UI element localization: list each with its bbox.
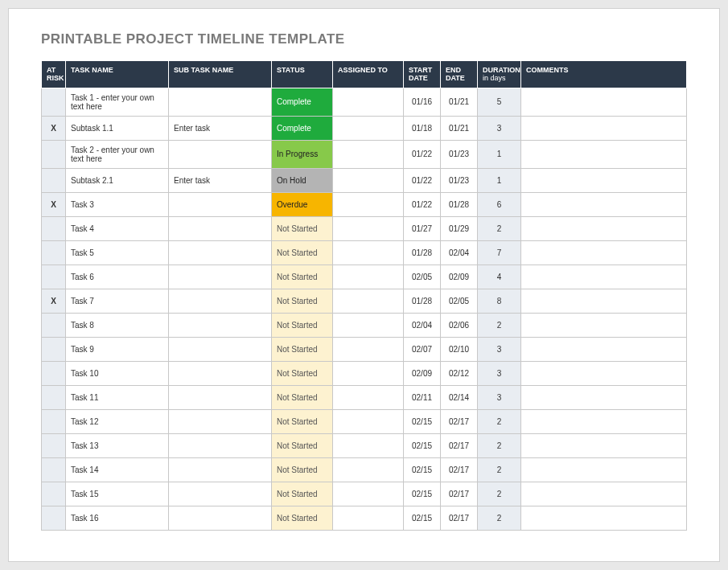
header-duration-label: DURATION bbox=[483, 66, 520, 74]
cell-status: Complete bbox=[272, 116, 333, 140]
cell-at-risk bbox=[42, 140, 66, 168]
table-row: Task 16Not Started02/1502/172 bbox=[42, 506, 687, 530]
cell-sub-task-name bbox=[169, 361, 272, 385]
cell-start-date: 02/11 bbox=[404, 385, 441, 409]
header-task-name: TASK NAME bbox=[66, 61, 169, 88]
cell-at-risk: X bbox=[42, 289, 66, 313]
table-row: Task 4Not Started01/2701/292 bbox=[42, 216, 687, 240]
cell-start-date: 02/15 bbox=[404, 409, 441, 433]
table-row: Task 15Not Started02/1502/172 bbox=[42, 482, 687, 506]
cell-assigned-to bbox=[333, 88, 404, 116]
cell-task-name: Task 8 bbox=[66, 313, 169, 337]
cell-duration: 1 bbox=[478, 140, 521, 168]
table-row: Subtask 2.1Enter taskOn Hold01/2201/231 bbox=[42, 168, 687, 192]
cell-status: Not Started bbox=[272, 361, 333, 385]
cell-at-risk bbox=[42, 457, 66, 482]
cell-start-date: 02/07 bbox=[404, 337, 441, 361]
cell-duration: 2 bbox=[478, 433, 521, 457]
cell-assigned-to bbox=[333, 192, 404, 216]
cell-duration: 6 bbox=[478, 192, 521, 216]
cell-comments bbox=[521, 116, 687, 140]
cell-assigned-to bbox=[333, 289, 404, 313]
cell-status: Not Started bbox=[272, 313, 333, 337]
cell-start-date: 01/16 bbox=[404, 88, 441, 116]
cell-task-name: Task 16 bbox=[66, 506, 169, 530]
cell-at-risk: X bbox=[42, 192, 66, 216]
cell-duration: 3 bbox=[478, 385, 521, 409]
cell-at-risk bbox=[42, 433, 66, 457]
cell-task-name: Task 10 bbox=[66, 361, 169, 385]
cell-assigned-to bbox=[333, 140, 404, 168]
cell-end-date: 02/17 bbox=[441, 482, 478, 506]
cell-comments bbox=[521, 168, 687, 192]
cell-comments bbox=[521, 482, 687, 506]
header-assigned-to: ASSIGNED TO bbox=[333, 61, 404, 88]
cell-assigned-to bbox=[333, 216, 404, 240]
cell-end-date: 02/10 bbox=[441, 337, 478, 361]
header-duration: DURATION in days bbox=[478, 61, 521, 88]
cell-comments bbox=[521, 361, 687, 385]
cell-task-name: Task 5 bbox=[66, 240, 169, 264]
table-row: Task 13Not Started02/1502/172 bbox=[42, 433, 687, 457]
cell-status: Overdue bbox=[272, 192, 333, 216]
cell-duration: 4 bbox=[478, 264, 521, 289]
cell-assigned-to bbox=[333, 337, 404, 361]
cell-end-date: 02/14 bbox=[441, 385, 478, 409]
cell-status: Not Started bbox=[272, 216, 333, 240]
cell-status: Not Started bbox=[272, 264, 333, 289]
cell-start-date: 02/15 bbox=[404, 457, 441, 482]
cell-at-risk: X bbox=[42, 116, 66, 140]
cell-comments bbox=[521, 264, 687, 289]
cell-at-risk bbox=[42, 88, 66, 116]
cell-status: Complete bbox=[272, 88, 333, 116]
table-row: Task 14Not Started02/1502/172 bbox=[42, 457, 687, 482]
cell-sub-task-name bbox=[169, 140, 272, 168]
cell-comments bbox=[521, 433, 687, 457]
cell-start-date: 02/04 bbox=[404, 313, 441, 337]
cell-duration: 2 bbox=[478, 409, 521, 433]
cell-sub-task-name bbox=[169, 457, 272, 482]
cell-sub-task-name: Enter task bbox=[169, 168, 272, 192]
cell-sub-task-name bbox=[169, 216, 272, 240]
cell-end-date: 02/05 bbox=[441, 289, 478, 313]
cell-task-name: Subtask 2.1 bbox=[66, 168, 169, 192]
cell-status: Not Started bbox=[272, 482, 333, 506]
header-at-risk: AT RISK bbox=[42, 61, 66, 88]
cell-comments bbox=[521, 385, 687, 409]
cell-duration: 3 bbox=[478, 116, 521, 140]
cell-comments bbox=[521, 240, 687, 264]
cell-assigned-to bbox=[333, 482, 404, 506]
cell-start-date: 02/05 bbox=[404, 264, 441, 289]
cell-status: On Hold bbox=[272, 168, 333, 192]
cell-status: Not Started bbox=[272, 457, 333, 482]
cell-task-name: Task 2 - enter your own text here bbox=[66, 140, 169, 168]
page-title: PRINTABLE PROJECT TIMELINE TEMPLATE bbox=[41, 31, 687, 47]
header-duration-sub: in days bbox=[483, 74, 516, 82]
cell-end-date: 02/17 bbox=[441, 457, 478, 482]
cell-at-risk bbox=[42, 337, 66, 361]
table-row: Task 11Not Started02/1102/143 bbox=[42, 385, 687, 409]
cell-start-date: 01/22 bbox=[404, 168, 441, 192]
cell-start-date: 01/28 bbox=[404, 289, 441, 313]
cell-task-name: Task 4 bbox=[66, 216, 169, 240]
document-page: PRINTABLE PROJECT TIMELINE TEMPLATE AT R… bbox=[8, 8, 720, 562]
cell-sub-task-name bbox=[169, 482, 272, 506]
cell-duration: 2 bbox=[478, 457, 521, 482]
cell-task-name: Task 14 bbox=[66, 457, 169, 482]
cell-sub-task-name bbox=[169, 313, 272, 337]
cell-comments bbox=[521, 289, 687, 313]
cell-start-date: 02/09 bbox=[404, 361, 441, 385]
cell-end-date: 02/06 bbox=[441, 313, 478, 337]
cell-assigned-to bbox=[333, 264, 404, 289]
cell-assigned-to bbox=[333, 361, 404, 385]
header-row: AT RISK TASK NAME SUB TASK NAME STATUS A… bbox=[42, 61, 687, 88]
cell-duration: 3 bbox=[478, 337, 521, 361]
cell-assigned-to bbox=[333, 433, 404, 457]
header-sub-task-name: SUB TASK NAME bbox=[169, 61, 272, 88]
table-row: XTask 7Not Started01/2802/058 bbox=[42, 289, 687, 313]
cell-at-risk bbox=[42, 361, 66, 385]
cell-status: Not Started bbox=[272, 289, 333, 313]
cell-status: Not Started bbox=[272, 337, 333, 361]
cell-task-name: Task 1 - enter your own text here bbox=[66, 88, 169, 116]
cell-status: Not Started bbox=[272, 506, 333, 530]
